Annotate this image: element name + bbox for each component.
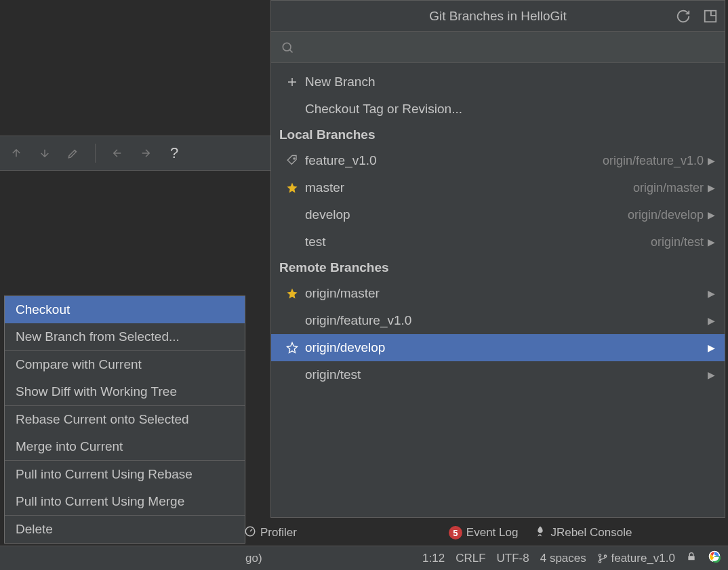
- google-icon[interactable]: [708, 550, 721, 567]
- local-branch-item[interactable]: develop origin/develop▶: [271, 201, 725, 228]
- ctx-item-label: Pull into Current Using Rebase: [16, 467, 193, 482]
- local-branch-label: master: [305, 180, 633, 195]
- ctx-item-label: Rebase Current onto Selected: [16, 412, 189, 427]
- arrow-up-icon[interactable]: [9, 146, 23, 160]
- toolwindow-bar: Profiler 5 Event Log JRebel Console: [244, 521, 725, 544]
- chevron-right-icon: ▶: [708, 209, 715, 220]
- ctx-new-branch-from-selected[interactable]: New Branch from Selected...: [5, 323, 245, 350]
- current-branch[interactable]: feature_v1.0: [597, 552, 675, 565]
- chevron-right-icon: ▶: [708, 237, 715, 247]
- remote-branch-label: origin/feature_v1.0: [305, 313, 708, 328]
- ctx-item-label: Show Diff with Working Tree: [16, 384, 177, 399]
- profiler-label: Profiler: [260, 526, 297, 540]
- profiler-button[interactable]: Profiler: [244, 525, 297, 541]
- ctx-delete[interactable]: Delete: [5, 516, 245, 543]
- chevron-right-icon: ▶: [708, 155, 715, 166]
- ctx-pull-merge[interactable]: Pull into Current Using Merge: [5, 488, 245, 515]
- star-filled-icon: [283, 182, 301, 194]
- event-log-button[interactable]: 5 Event Log: [449, 526, 519, 540]
- editor-bg: [0, 0, 271, 108]
- ctx-rebase-onto-selected[interactable]: Rebase Current onto Selected: [5, 406, 245, 433]
- edit-icon[interactable]: [66, 146, 80, 160]
- lock-icon[interactable]: [686, 551, 697, 565]
- event-log-badge: 5: [449, 526, 462, 540]
- svg-point-1: [283, 43, 291, 51]
- local-branch-label: develop: [305, 207, 628, 222]
- ctx-item-label: Pull into Current Using Merge: [16, 494, 184, 509]
- remote-branch-label: origin/master: [305, 286, 708, 301]
- remote-branch-item[interactable]: origin/develop ▶: [271, 334, 725, 361]
- chevron-right-icon: ▶: [708, 342, 715, 353]
- arrow-left-icon[interactable]: [110, 146, 124, 160]
- search-icon: [281, 41, 294, 54]
- local-branch-item[interactable]: feature_v1.0 origin/feature_v1.0▶: [271, 147, 725, 174]
- chevron-right-icon: ▶: [708, 182, 715, 193]
- git-branch-icon: [597, 553, 608, 564]
- plus-icon: [283, 76, 301, 88]
- svg-rect-7: [688, 556, 694, 560]
- new-branch-item[interactable]: New Branch: [271, 68, 725, 96]
- remote-branch-item[interactable]: origin/master ▶: [271, 280, 725, 307]
- tracking-label: origin/test: [651, 235, 704, 249]
- svg-point-5: [599, 561, 601, 563]
- local-branch-label: feature_v1.0: [305, 153, 603, 168]
- remote-branch-item[interactable]: origin/test ▶: [271, 361, 725, 388]
- arrow-down-icon[interactable]: [38, 146, 52, 160]
- remote-branch-label: origin/develop: [305, 340, 708, 355]
- local-branch-item[interactable]: test origin/test▶: [271, 228, 725, 256]
- file-encoding[interactable]: UTF-8: [497, 552, 529, 565]
- line-separator[interactable]: CRLF: [456, 552, 485, 565]
- jrebel-button[interactable]: JRebel Console: [534, 525, 632, 541]
- branch-context-menu: Checkout New Branch from Selected... Com…: [4, 296, 245, 544]
- svg-point-2: [294, 158, 295, 159]
- refresh-icon[interactable]: [676, 9, 691, 24]
- branch-list: New Branch Checkout Tag or Revision... L…: [271, 63, 725, 394]
- ctx-show-diff-working-tree[interactable]: Show Diff with Working Tree: [5, 378, 245, 405]
- remote-branches-header: Remote Branches: [271, 256, 725, 280]
- tracking-label: origin/feature_v1.0: [603, 154, 704, 168]
- indent-setting[interactable]: 4 spaces: [540, 552, 586, 565]
- cursor-position[interactable]: 1:12: [422, 552, 445, 565]
- star-outline-icon: [283, 342, 301, 354]
- chevron-right-icon: ▶: [708, 288, 715, 299]
- ctx-item-label: Checkout: [16, 302, 70, 317]
- branch-name: feature_v1.0: [611, 552, 675, 565]
- git-branches-popup: Git Branches in HelloGit New Branch Chec…: [270, 0, 725, 518]
- local-branch-label: test: [305, 235, 651, 249]
- tracking-label: origin/master: [633, 181, 704, 195]
- checkout-tag-label: Checkout Tag or Revision...: [305, 102, 715, 117]
- ctx-item-label: Compare with Current: [16, 357, 142, 372]
- new-branch-label: New Branch: [305, 75, 715, 89]
- toolbar-separator: [95, 144, 96, 163]
- checkout-tag-item[interactable]: Checkout Tag or Revision...: [271, 96, 725, 123]
- debug-toolbar: ?: [0, 136, 271, 171]
- popup-title-bar: Git Branches in HelloGit: [271, 1, 725, 32]
- status-left-fragment: go): [245, 552, 262, 565]
- event-log-label: Event Log: [466, 526, 519, 540]
- branch-search-row[interactable]: [271, 32, 725, 63]
- popup-title-text: Git Branches in HelloGit: [429, 9, 567, 24]
- local-branches-header: Local Branches: [271, 123, 725, 147]
- svg-point-4: [599, 554, 601, 556]
- ctx-item-label: Merge into Current: [16, 439, 123, 454]
- jrebel-label: JRebel Console: [550, 526, 632, 540]
- star-filled-icon: [283, 287, 301, 300]
- ctx-merge-into-current[interactable]: Merge into Current: [5, 433, 245, 460]
- svg-point-6: [604, 555, 606, 557]
- rocket-icon: [534, 525, 546, 541]
- chevron-right-icon: ▶: [708, 315, 715, 326]
- arrow-right-icon[interactable]: [139, 146, 153, 160]
- help-icon[interactable]: ?: [167, 146, 181, 160]
- chevron-right-icon: ▶: [708, 369, 715, 380]
- local-branch-item[interactable]: master origin/master▶: [271, 174, 725, 201]
- ctx-item-label: Delete: [16, 522, 53, 537]
- ctx-checkout[interactable]: Checkout: [5, 296, 245, 323]
- remote-branch-label: origin/test: [305, 367, 708, 382]
- remote-branch-item[interactable]: origin/feature_v1.0 ▶: [271, 307, 725, 334]
- ctx-pull-rebase[interactable]: Pull into Current Using Rebase: [5, 461, 245, 488]
- ctx-compare-with-current[interactable]: Compare with Current: [5, 351, 245, 378]
- tag-icon: [283, 155, 301, 167]
- tracking-label: origin/develop: [628, 208, 704, 222]
- expand-icon[interactable]: [703, 9, 718, 24]
- gauge-icon: [244, 525, 256, 541]
